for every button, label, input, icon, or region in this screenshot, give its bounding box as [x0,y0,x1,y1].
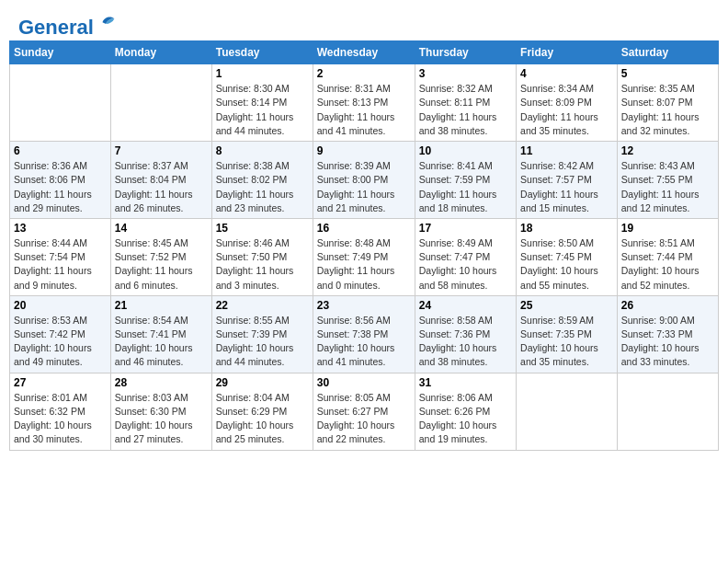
calendar-cell: 7Sunrise: 8:37 AM Sunset: 8:04 PM Daylig… [110,142,211,219]
day-number: 14 [115,222,208,235]
day-info: Sunrise: 8:30 AM Sunset: 8:14 PM Dayligh… [216,82,309,138]
calendar-cell: 29Sunrise: 8:04 AM Sunset: 6:29 PM Dayli… [211,373,313,450]
calendar-cell: 2Sunrise: 8:31 AM Sunset: 8:13 PM Daylig… [313,64,415,142]
day-number: 31 [419,376,512,389]
day-number: 12 [621,144,714,157]
col-header-saturday: Saturday [617,41,718,64]
day-number: 22 [216,299,309,312]
day-number: 24 [419,299,512,312]
calendar-cell: 28Sunrise: 8:03 AM Sunset: 6:30 PM Dayli… [110,373,211,450]
calendar-week-row: 1Sunrise: 8:30 AM Sunset: 8:14 PM Daylig… [10,64,719,142]
day-number: 18 [520,222,613,235]
day-info: Sunrise: 8:38 AM Sunset: 8:02 PM Dayligh… [216,159,309,215]
day-number: 13 [14,222,107,235]
calendar-cell: 5Sunrise: 8:35 AM Sunset: 8:07 PM Daylig… [617,64,718,142]
calendar-cell: 30Sunrise: 8:05 AM Sunset: 6:27 PM Dayli… [313,373,415,450]
day-info: Sunrise: 8:55 AM Sunset: 7:39 PM Dayligh… [216,314,309,370]
calendar-table: SundayMondayTuesdayWednesdayThursdayFrid… [9,40,719,450]
day-number: 20 [14,299,107,312]
logo: General [18,17,118,35]
day-number: 7 [115,144,208,157]
calendar-cell: 9Sunrise: 8:39 AM Sunset: 8:00 PM Daylig… [313,142,415,219]
calendar-cell: 17Sunrise: 8:49 AM Sunset: 7:47 PM Dayli… [415,218,516,295]
calendar-week-row: 6Sunrise: 8:36 AM Sunset: 8:06 PM Daylig… [10,142,719,219]
calendar-cell: 12Sunrise: 8:43 AM Sunset: 7:55 PM Dayli… [617,142,718,219]
calendar-cell: 23Sunrise: 8:56 AM Sunset: 7:38 PM Dayli… [313,295,415,373]
day-number: 21 [115,299,208,312]
calendar-cell: 10Sunrise: 8:41 AM Sunset: 7:59 PM Dayli… [415,142,516,219]
day-number: 28 [115,376,208,389]
day-info: Sunrise: 9:00 AM Sunset: 7:33 PM Dayligh… [621,314,714,370]
day-info: Sunrise: 8:03 AM Sunset: 6:30 PM Dayligh… [115,391,208,447]
day-info: Sunrise: 8:50 AM Sunset: 7:45 PM Dayligh… [520,236,613,293]
calendar-cell [110,64,211,142]
day-info: Sunrise: 8:01 AM Sunset: 6:32 PM Dayligh… [14,391,107,447]
calendar-cell [517,373,618,450]
day-number: 9 [317,144,411,157]
calendar-week-row: 27Sunrise: 8:01 AM Sunset: 6:32 PM Dayli… [10,373,719,450]
day-info: Sunrise: 8:56 AM Sunset: 7:38 PM Dayligh… [317,314,411,370]
day-info: Sunrise: 8:45 AM Sunset: 7:52 PM Dayligh… [115,236,208,293]
page-header: General [9,9,719,40]
day-number: 16 [317,222,411,235]
calendar-cell: 18Sunrise: 8:50 AM Sunset: 7:45 PM Dayli… [517,218,618,295]
day-number: 1 [216,67,309,80]
calendar-cell [10,64,111,142]
day-number: 8 [216,144,309,157]
day-number: 30 [317,376,411,389]
day-number: 6 [14,144,107,157]
calendar-cell: 22Sunrise: 8:55 AM Sunset: 7:39 PM Dayli… [211,295,313,373]
day-info: Sunrise: 8:51 AM Sunset: 7:44 PM Dayligh… [621,236,714,293]
day-info: Sunrise: 8:41 AM Sunset: 7:59 PM Dayligh… [419,159,512,215]
calendar-cell: 21Sunrise: 8:54 AM Sunset: 7:41 PM Dayli… [110,295,211,373]
day-info: Sunrise: 8:53 AM Sunset: 7:42 PM Dayligh… [14,314,107,370]
calendar-header-row: SundayMondayTuesdayWednesdayThursdayFrid… [10,41,719,64]
day-number: 3 [419,67,512,80]
day-number: 23 [317,299,411,312]
day-info: Sunrise: 8:04 AM Sunset: 6:29 PM Dayligh… [216,391,309,447]
calendar-cell: 20Sunrise: 8:53 AM Sunset: 7:42 PM Dayli… [10,295,111,373]
day-number: 19 [621,222,714,235]
col-header-friday: Friday [517,41,618,64]
day-info: Sunrise: 8:44 AM Sunset: 7:54 PM Dayligh… [14,236,107,293]
calendar-cell: 1Sunrise: 8:30 AM Sunset: 8:14 PM Daylig… [211,64,313,142]
day-info: Sunrise: 8:06 AM Sunset: 6:26 PM Dayligh… [419,391,512,447]
day-number: 29 [216,376,309,389]
calendar-cell: 4Sunrise: 8:34 AM Sunset: 8:09 PM Daylig… [517,64,618,142]
day-number: 17 [419,222,512,235]
calendar-cell: 15Sunrise: 8:46 AM Sunset: 7:50 PM Dayli… [211,218,313,295]
calendar-cell: 25Sunrise: 8:59 AM Sunset: 7:35 PM Dayli… [517,295,618,373]
calendar-week-row: 20Sunrise: 8:53 AM Sunset: 7:42 PM Dayli… [10,295,719,373]
day-info: Sunrise: 8:59 AM Sunset: 7:35 PM Dayligh… [520,314,613,370]
day-info: Sunrise: 8:05 AM Sunset: 6:27 PM Dayligh… [317,391,411,447]
col-header-thursday: Thursday [415,41,516,64]
day-info: Sunrise: 8:35 AM Sunset: 8:07 PM Dayligh… [621,82,714,138]
col-header-wednesday: Wednesday [313,41,415,64]
day-info: Sunrise: 8:46 AM Sunset: 7:50 PM Dayligh… [216,236,309,293]
day-info: Sunrise: 8:58 AM Sunset: 7:36 PM Dayligh… [419,314,512,370]
calendar-cell: 6Sunrise: 8:36 AM Sunset: 8:06 PM Daylig… [10,142,111,219]
day-info: Sunrise: 8:48 AM Sunset: 7:49 PM Dayligh… [317,236,411,293]
day-number: 15 [216,222,309,235]
day-number: 26 [621,299,714,312]
calendar-cell: 8Sunrise: 8:38 AM Sunset: 8:02 PM Daylig… [211,142,313,219]
calendar-cell: 19Sunrise: 8:51 AM Sunset: 7:44 PM Dayli… [617,218,718,295]
calendar-cell: 3Sunrise: 8:32 AM Sunset: 8:11 PM Daylig… [415,64,516,142]
day-info: Sunrise: 8:34 AM Sunset: 8:09 PM Dayligh… [520,82,613,138]
day-number: 4 [520,67,613,80]
day-info: Sunrise: 8:37 AM Sunset: 8:04 PM Dayligh… [115,159,208,215]
day-info: Sunrise: 8:32 AM Sunset: 8:11 PM Dayligh… [419,82,512,138]
day-number: 10 [419,144,512,157]
calendar-cell: 31Sunrise: 8:06 AM Sunset: 6:26 PM Dayli… [415,373,516,450]
day-number: 11 [520,144,613,157]
col-header-sunday: Sunday [10,41,111,64]
calendar-cell: 14Sunrise: 8:45 AM Sunset: 7:52 PM Dayli… [110,218,211,295]
calendar-cell: 27Sunrise: 8:01 AM Sunset: 6:32 PM Dayli… [10,373,111,450]
logo-text: General [18,17,94,39]
day-info: Sunrise: 8:39 AM Sunset: 8:00 PM Dayligh… [317,159,411,215]
calendar-cell: 11Sunrise: 8:42 AM Sunset: 7:57 PM Dayli… [517,142,618,219]
calendar-week-row: 13Sunrise: 8:44 AM Sunset: 7:54 PM Dayli… [10,218,719,295]
day-info: Sunrise: 8:43 AM Sunset: 7:55 PM Dayligh… [621,159,714,215]
calendar-cell [617,373,718,450]
day-info: Sunrise: 8:49 AM Sunset: 7:47 PM Dayligh… [419,236,512,293]
